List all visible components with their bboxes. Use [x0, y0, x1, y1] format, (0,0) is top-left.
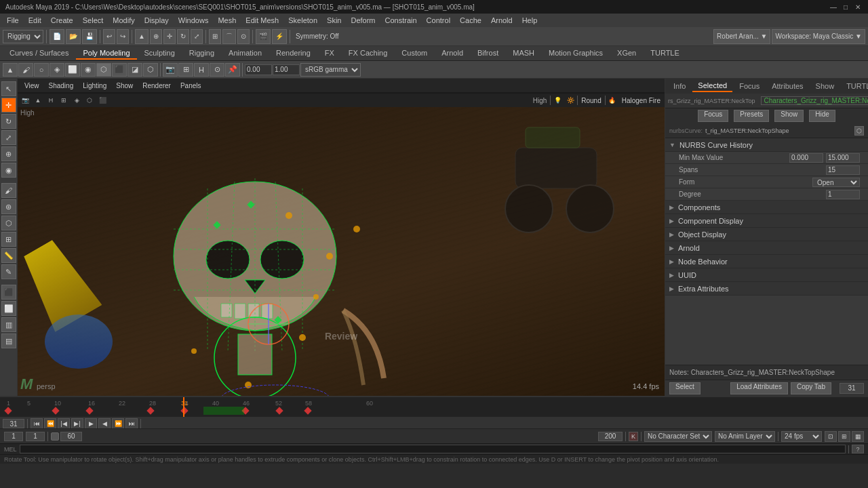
rotate-tool[interactable]: ↻ [1, 114, 16, 129]
step-back-btn[interactable]: ⏪ [44, 418, 56, 428]
menu-skeleton[interactable]: Skeleton [284, 15, 321, 26]
vp-cam-btn[interactable]: 📷 [19, 95, 31, 106]
menu-deform[interactable]: Deform [347, 15, 379, 26]
minimize-button[interactable]: — [829, 2, 838, 12]
menu-file[interactable]: File [3, 15, 23, 26]
vp-wire-btn[interactable]: ⬛ [96, 95, 108, 106]
max-value-field[interactable] [826, 153, 860, 163]
tab-custom[interactable]: Custom [395, 47, 434, 60]
current-frame-field[interactable] [3, 419, 24, 428]
redo-btn[interactable]: ↪ [117, 29, 129, 44]
rotate-tool-btn[interactable]: ↻ [177, 29, 189, 44]
mode-dropdown[interactable]: Rigging [3, 30, 43, 43]
arnold-section-header[interactable]: ▶ Arnold [665, 241, 868, 255]
tab-arnold[interactable]: Arnold [435, 47, 470, 60]
fps-dropdown[interactable]: 24 fps 30 fps [781, 431, 822, 442]
prev-key-btn[interactable]: |◀ [58, 418, 70, 428]
step-forward-btn[interactable]: ⏩ [112, 418, 124, 428]
vp-grid-btn[interactable]: ⊞ [58, 95, 70, 106]
scale-tool-btn[interactable]: ⤢ [191, 29, 203, 44]
char-set-dropdown[interactable]: No Character Set [644, 431, 712, 442]
tab-motion-graphics[interactable]: Motion Graphics [542, 47, 610, 60]
camera-btn[interactable]: 📷 [163, 63, 178, 77]
undo-btn[interactable]: ↩ [103, 29, 115, 44]
tab-sculpting[interactable]: Sculpting [138, 47, 182, 60]
grid-btn[interactable]: ⊞ [178, 63, 193, 77]
select-tool-btn[interactable]: ▲ [135, 29, 149, 44]
node-behavior-header[interactable]: ▶ Node Behavior [665, 255, 868, 268]
tab-rigging[interactable]: Rigging [182, 47, 221, 60]
uuid-section-header[interactable]: ▶ UUID [665, 268, 868, 282]
range-start-handle[interactable] [51, 432, 59, 441]
menu-help[interactable]: Help [518, 15, 542, 26]
soft-sel-btn[interactable]: ◉ [81, 63, 96, 77]
right-tab-focus[interactable]: Focus [734, 81, 765, 92]
min-value-field[interactable] [789, 153, 823, 163]
tab-rendering[interactable]: Rendering [269, 47, 317, 60]
measure-tool[interactable]: 📏 [1, 248, 16, 263]
workspace-btn[interactable]: Workspace: Maya Classic ▼ [772, 29, 865, 44]
load-attributes-button[interactable]: Load Attributes [730, 382, 788, 394]
snap-grid-btn[interactable]: ⊞ [209, 29, 221, 44]
next-key-btn[interactable]: ▶| [71, 418, 83, 428]
menu-arnold[interactable]: Arnold [487, 15, 517, 26]
vp-menu-view[interactable]: View [20, 81, 43, 91]
go-end-btn[interactable]: ⏭ [125, 418, 138, 428]
tab-mash[interactable]: MASH [506, 47, 541, 60]
tab-xgen[interactable]: XGen [610, 47, 643, 60]
play-btn[interactable]: ▶ [85, 418, 97, 428]
frame-number-field[interactable] [840, 383, 864, 394]
new-scene-btn[interactable]: 📄 [50, 29, 64, 44]
select-mode-btn[interactable]: ▲ [3, 63, 18, 77]
timeline-track[interactable]: 1 5 10 16 22 28 34 40 46 52 58 60 31 [0, 396, 868, 417]
create-poly-btn[interactable]: ⬛ [1, 285, 16, 300]
right-tab-info[interactable]: Info [668, 81, 691, 92]
show-button[interactable]: Show [774, 110, 804, 122]
vp-xray-btn[interactable]: ⬡ [83, 95, 96, 106]
nurbs-expand-btn[interactable]: ⬡ [854, 126, 864, 136]
user-name-btn[interactable]: Robert Aran... ▼ [713, 29, 770, 44]
menu-create[interactable]: Create [47, 15, 77, 26]
tab-fx-caching[interactable]: FX Caching [342, 47, 394, 60]
menu-modify[interactable]: Modify [108, 15, 138, 26]
select-button[interactable]: Select [669, 382, 701, 394]
obj-name-field[interactable]: Characters_Grizz_rig_MASTER:NeckTopShape [761, 96, 868, 105]
move-tool[interactable]: ✛ [1, 98, 16, 113]
component-display-header[interactable]: ▶ Component Display [665, 214, 868, 228]
anim-layer-dropdown[interactable]: No Anim Layer [715, 431, 775, 442]
maximize-button[interactable]: □ [841, 2, 850, 12]
play-reverse-btn[interactable]: ◀ [98, 418, 111, 428]
copy-tab-button[interactable]: Copy Tab [791, 382, 831, 394]
hide-button[interactable]: Hide [809, 110, 835, 122]
vp-fire-icon[interactable]: 🔥 [606, 95, 618, 106]
menu-edit[interactable]: Edit [24, 15, 45, 26]
components-section-header[interactable]: ▶ Components [665, 201, 868, 214]
display-layer-btn[interactable]: ▤ [1, 333, 16, 348]
show-man-tool[interactable]: ⬡ [1, 216, 16, 230]
menu-skin[interactable]: Skin [323, 15, 345, 26]
vp-sel-mode-btn[interactable]: ▲ [32, 95, 44, 106]
menu-cache[interactable]: Cache [456, 15, 486, 26]
focus-button[interactable]: Focus [698, 110, 728, 122]
tab-fx[interactable]: FX [318, 47, 341, 60]
right-tab-selected[interactable]: Selected [692, 80, 732, 92]
sculpt-tool[interactable]: 🖌 [1, 183, 16, 198]
object-display-header[interactable]: ▶ Object Display [665, 228, 868, 241]
extrude-btn[interactable]: ⬡ [143, 63, 158, 77]
menu-editmesh[interactable]: Edit Mesh [241, 15, 283, 26]
right-tab-show[interactable]: Show [810, 81, 840, 92]
auto-key-btn[interactable]: K [629, 432, 638, 441]
move-tool-btn[interactable]: ✛ [163, 29, 176, 44]
rotate-gizmo[interactable] [241, 297, 296, 351]
form-dropdown[interactable]: Open Closed Periodic [812, 178, 860, 187]
command-input[interactable] [20, 445, 846, 453]
wire-btn[interactable]: ⬜ [65, 63, 80, 77]
lasso-tool-btn[interactable]: ⊕ [150, 29, 162, 44]
degree-field[interactable] [826, 190, 860, 199]
vp-menu-shading[interactable]: Shading [45, 81, 78, 91]
presets-button[interactable]: Presets [734, 110, 769, 122]
sel-btn2[interactable]: ⊙ [210, 63, 224, 77]
crease-btn[interactable]: ⬛ [112, 63, 127, 77]
hudbtns[interactable]: H [194, 63, 209, 77]
range-end-field[interactable] [60, 432, 82, 441]
